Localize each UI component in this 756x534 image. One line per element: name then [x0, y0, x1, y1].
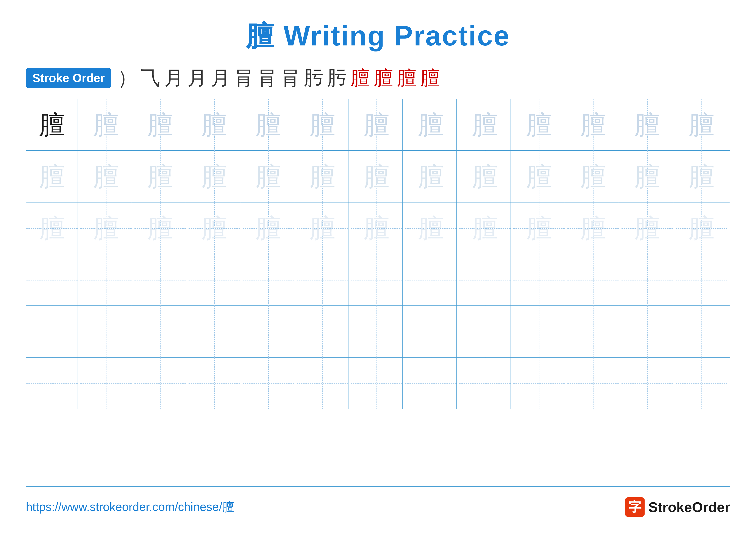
grid-cell[interactable]	[26, 306, 78, 358]
grid-cell[interactable]	[567, 358, 619, 409]
grid-cell[interactable]: 膻	[297, 202, 348, 254]
grid-cell[interactable]	[80, 254, 132, 306]
grid-cell[interactable]: 膻	[189, 99, 240, 151]
grid-cell[interactable]	[351, 306, 403, 358]
grid-cell[interactable]	[513, 254, 565, 306]
grid-cell[interactable]	[26, 254, 78, 306]
char-display: 膻	[688, 216, 715, 241]
grid-cell[interactable]: 膻	[676, 151, 727, 202]
grid-cell[interactable]: 膻	[622, 202, 673, 254]
grid-cell[interactable]	[26, 358, 78, 409]
grid-cell[interactable]: 膻	[405, 151, 457, 202]
grid-cell[interactable]	[459, 306, 511, 358]
grid-cell[interactable]	[405, 358, 457, 409]
grid-cell[interactable]	[459, 358, 511, 409]
grid-cell[interactable]	[351, 358, 403, 409]
grid-cell[interactable]	[676, 254, 727, 306]
grid-row-2: 膻 膻 膻 膻 膻 膻 膻 膻 膻 膻 膻 膻 膻	[26, 151, 730, 202]
grid-cell[interactable]: 膻	[513, 151, 565, 202]
grid-cell[interactable]: 膻	[189, 151, 240, 202]
grid-cell[interactable]	[567, 306, 619, 358]
char-display: 膻	[634, 164, 660, 190]
grid-cell[interactable]	[405, 306, 457, 358]
grid-cell[interactable]: 膻	[351, 99, 403, 151]
grid-cell[interactable]: 膻	[459, 202, 511, 254]
grid-cell[interactable]	[134, 254, 186, 306]
grid-cell[interactable]	[134, 306, 186, 358]
grid-cell[interactable]: 膻	[80, 99, 132, 151]
grid-cell[interactable]	[297, 306, 348, 358]
grid-cell[interactable]	[351, 254, 403, 306]
grid-cell[interactable]	[134, 358, 186, 409]
grid-cell[interactable]: 膻	[405, 202, 457, 254]
stroke-step-3: 月	[164, 68, 184, 88]
grid-cell[interactable]: 膻	[567, 202, 619, 254]
stroke-step-10: 肟	[327, 68, 346, 88]
grid-cell[interactable]	[243, 306, 294, 358]
grid-cell[interactable]	[513, 306, 565, 358]
grid-cell[interactable]	[297, 358, 348, 409]
grid-cell[interactable]: 膻	[676, 99, 727, 151]
grid-cell[interactable]: 膻	[622, 151, 673, 202]
stroke-order-row: Stroke Order ） ⺄ 月 月 月 肙 肙 肙 肟 肟 膻 膻 膻 膻	[26, 68, 730, 88]
grid-cell[interactable]	[80, 358, 132, 409]
grid-cell[interactable]	[676, 306, 727, 358]
grid-cell[interactable]	[676, 358, 727, 409]
grid-cell[interactable]: 膻	[80, 202, 132, 254]
practice-grid: 膻 膻 膻 膻 膻 膻 膻 膻 膻 膻 膻 膻 膻 膻 膻 膻 膻 膻 膻 膻 …	[26, 99, 730, 487]
grid-cell[interactable]: 膻	[351, 202, 403, 254]
grid-cell[interactable]: 膻	[26, 151, 78, 202]
grid-cell[interactable]	[297, 254, 348, 306]
grid-cell[interactable]: 膻	[405, 99, 457, 151]
grid-cell[interactable]	[622, 306, 673, 358]
char-display: 膻	[201, 164, 227, 190]
grid-cell[interactable]: 膻	[622, 99, 673, 151]
grid-cell[interactable]: 膻	[513, 99, 565, 151]
grid-cell[interactable]: 膻	[26, 99, 78, 151]
grid-cell[interactable]	[459, 254, 511, 306]
grid-cell[interactable]	[243, 254, 294, 306]
grid-cell[interactable]	[622, 358, 673, 409]
grid-cell[interactable]: 膻	[134, 151, 186, 202]
grid-cell[interactable]: 膻	[243, 99, 294, 151]
grid-cell[interactable]: 膻	[297, 151, 348, 202]
char-display: 膻	[472, 112, 498, 138]
grid-cell[interactable]	[80, 306, 132, 358]
grid-cell[interactable]: 膻	[134, 202, 186, 254]
stroke-step-7: 肙	[257, 68, 277, 88]
grid-cell[interactable]: 膻	[459, 99, 511, 151]
grid-cell[interactable]	[189, 254, 240, 306]
char-display: 膻	[93, 112, 119, 138]
grid-cell[interactable]: 膻	[243, 202, 294, 254]
grid-cell[interactable]	[567, 254, 619, 306]
grid-cell[interactable]: 膻	[567, 151, 619, 202]
char-display: 膻	[310, 112, 335, 138]
char-display: 膻	[688, 112, 715, 138]
char-display: 膻	[310, 164, 335, 190]
grid-cell[interactable]	[405, 254, 457, 306]
grid-cell[interactable]: 膻	[459, 151, 511, 202]
grid-cell[interactable]: 膻	[567, 99, 619, 151]
grid-cell[interactable]: 膻	[189, 202, 240, 254]
footer-url[interactable]: https://www.strokeorder.com/chinese/膻	[26, 499, 234, 515]
grid-cell[interactable]: 膻	[134, 99, 186, 151]
stroke-step-14: 膻	[420, 68, 440, 88]
stroke-order-badge[interactable]: Stroke Order	[26, 68, 111, 88]
grid-cell[interactable]	[513, 358, 565, 409]
grid-cell[interactable]: 膻	[297, 99, 348, 151]
grid-cell[interactable]: 膻	[513, 202, 565, 254]
grid-cell[interactable]	[189, 306, 240, 358]
grid-cell[interactable]	[243, 358, 294, 409]
page-container: 膻 Writing Practice Stroke Order ） ⺄ 月 月 …	[0, 0, 756, 534]
grid-cell[interactable]: 膻	[26, 202, 78, 254]
grid-cell[interactable]: 膻	[676, 202, 727, 254]
stroke-step-13: 膻	[397, 68, 417, 88]
char-display: 膻	[472, 164, 498, 190]
grid-cell[interactable]: 膻	[351, 151, 403, 202]
grid-cell[interactable]	[622, 254, 673, 306]
grid-cell[interactable]: 膻	[80, 151, 132, 202]
grid-cell[interactable]: 膻	[243, 151, 294, 202]
char-display: 膻	[39, 112, 65, 138]
grid-cell[interactable]	[189, 358, 240, 409]
footer: https://www.strokeorder.com/chinese/膻 字 …	[26, 497, 730, 517]
